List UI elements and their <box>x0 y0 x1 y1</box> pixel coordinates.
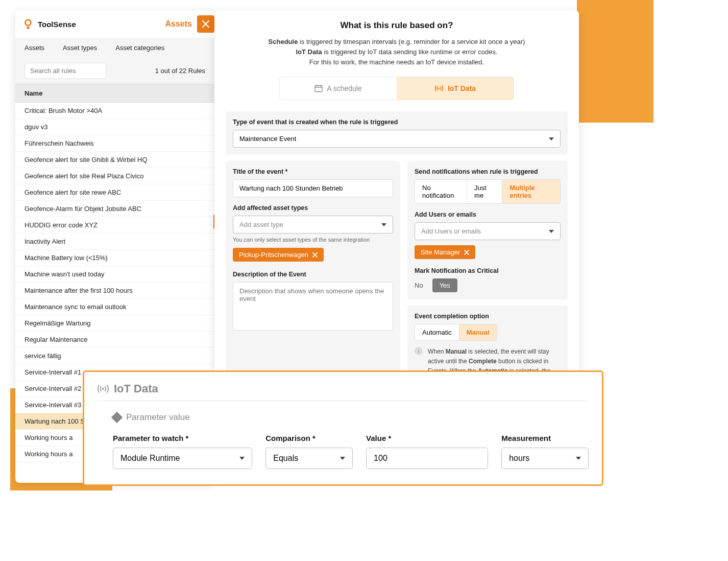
asset-type-chip[interactable]: Pickup-Pritschenwagen <box>233 248 324 262</box>
measurement-label: Measurement <box>501 434 589 442</box>
column-header-name: Name <box>15 84 214 103</box>
asset-types-select[interactable]: Add asset type <box>233 216 393 233</box>
value-label: Value * <box>366 434 488 442</box>
broadcast-icon <box>98 384 109 393</box>
asset-types-hint: You can only select asset types of the s… <box>233 237 393 243</box>
chevron-down-icon <box>340 457 345 460</box>
add-users-label: Add Users or emails <box>415 211 561 218</box>
rule-item[interactable]: Machine Battery low (<15%) <box>15 250 214 266</box>
iot-panel-title: IoT Data <box>114 382 158 395</box>
rule-item[interactable]: Critical: Brush Motor >40A <box>15 103 214 119</box>
rule-item[interactable]: service fällig <box>15 348 214 364</box>
completion-label: Event completion option <box>415 313 561 320</box>
comparison-select[interactable]: Equals <box>265 448 353 469</box>
chevron-down-icon <box>381 223 386 226</box>
chevron-down-icon <box>576 457 581 460</box>
svg-point-5 <box>438 88 440 89</box>
add-users-select[interactable]: Add Users or emails <box>415 222 561 240</box>
tab-asset-types[interactable]: Asset types <box>63 44 97 52</box>
rule-item[interactable]: Geofence-Alarm für Objekt Jobsite ABC <box>15 201 214 217</box>
completion-automatic[interactable]: Automatic <box>415 324 459 340</box>
rule-item[interactable]: Regular Maintenance <box>15 332 214 348</box>
chevron-down-icon <box>549 230 554 233</box>
svg-rect-1 <box>315 86 322 92</box>
chevron-down-icon <box>549 137 554 141</box>
rule-item[interactable]: HUDDIG error code XYZ <box>15 217 214 233</box>
search-input[interactable] <box>25 63 106 79</box>
notify-just-me[interactable]: Just me <box>467 180 502 203</box>
brand: ToolSense <box>22 18 76 30</box>
param-label: Parameter to watch * <box>113 434 252 442</box>
description-textarea[interactable] <box>233 282 393 331</box>
svg-point-0 <box>26 20 31 26</box>
assets-link[interactable]: Assets <box>165 19 197 29</box>
toggle-schedule[interactable]: A schedule <box>280 77 397 100</box>
parameter-value-heading: Parameter value <box>126 412 190 423</box>
event-type-select[interactable]: Maintenance Event <box>233 130 561 148</box>
user-chip[interactable]: Site Manager <box>415 245 475 259</box>
toolsense-logo-icon <box>22 18 34 30</box>
calendar-icon <box>314 84 323 92</box>
diamond-icon <box>111 412 123 424</box>
rule-item[interactable]: Regelmäßige Wartung <box>15 315 214 332</box>
rule-item[interactable]: Inactivity Alert <box>15 233 214 250</box>
toggle-iot[interactable]: IoT Data <box>397 77 514 100</box>
rule-item[interactable]: Führerschein Nachweis <box>15 135 214 152</box>
rule-item[interactable]: Geofence alert for site Ghibli & Wirbel … <box>15 152 214 168</box>
completion-group: Automatic Manual <box>415 324 497 341</box>
rule-item[interactable]: Maintenance after the first 100 hours <box>15 283 214 299</box>
svg-point-6 <box>102 388 104 390</box>
rule-item[interactable]: Geofence alert for site Real Plaza Civic… <box>15 168 214 184</box>
param-select[interactable]: Module Runtime <box>113 448 252 469</box>
brand-name: ToolSense <box>38 20 76 29</box>
notify-none[interactable]: No notification <box>415 180 467 203</box>
completion-manual[interactable]: Manual <box>459 324 497 340</box>
notify-multiple[interactable]: Multiple entries <box>502 180 560 203</box>
remove-chip-icon[interactable] <box>312 252 318 258</box>
close-button[interactable] <box>197 15 214 33</box>
rule-count: 1 out of 22 Rules <box>155 67 205 75</box>
critical-yes[interactable]: Yes <box>432 278 457 292</box>
value-input[interactable] <box>366 448 488 469</box>
title-label: Title of the event * <box>233 168 393 175</box>
asset-types-label: Add affected asset types <box>233 204 393 212</box>
event-type-label: Type of event that is created when the r… <box>233 119 561 126</box>
broadcast-icon <box>434 85 444 92</box>
tab-asset-categories[interactable]: Asset categories <box>115 44 164 52</box>
info-icon: i <box>415 347 423 355</box>
description-label: Description of the Event <box>233 271 393 278</box>
measurement-select[interactable]: hours <box>501 448 589 469</box>
tab-assets[interactable]: Assets <box>25 44 44 52</box>
basis-toggle: A schedule IoT Data <box>279 77 514 100</box>
rule-editor-panel: What is this rule based on? Schedule is … <box>214 10 579 403</box>
rule-item[interactable]: Machine wasn't used today <box>15 266 214 283</box>
rule-item[interactable]: Geofence alert for site rewe ABC <box>15 184 214 201</box>
title-input[interactable] <box>233 179 393 197</box>
iot-data-panel: IoT Data Parameter value Parameter to wa… <box>83 370 603 486</box>
critical-label: Mark Notification as Critical <box>415 267 561 274</box>
chevron-down-icon <box>239 457 245 460</box>
panel-heading: What is this rule based on? <box>226 20 568 31</box>
comparison-label: Comparison * <box>265 434 353 442</box>
rule-item[interactable]: Maintenance sync to email outlook <box>15 299 214 315</box>
notify-group: No notification Just me Multiple entries <box>415 179 561 204</box>
notify-label: Send notifications when rule is triggere… <box>415 168 561 175</box>
panel-subtitle: Schedule is triggered by timespan interv… <box>226 37 568 67</box>
sidebar-tabs: Assets Asset types Asset categories <box>15 38 214 58</box>
critical-no[interactable]: No <box>415 282 423 289</box>
rule-item[interactable]: dguv v3 <box>15 119 214 135</box>
remove-chip-icon[interactable] <box>464 250 469 255</box>
